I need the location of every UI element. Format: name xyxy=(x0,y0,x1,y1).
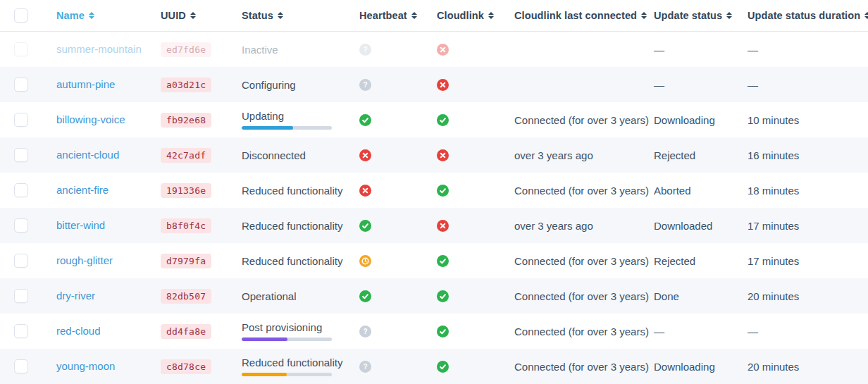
machine-name-link[interactable]: ancient-cloud xyxy=(56,149,119,161)
column-header-label: Cloudlink xyxy=(437,10,484,21)
machine-name-link[interactable]: young-moon xyxy=(56,360,115,372)
cloudlink-cell xyxy=(437,290,514,302)
status-progress-fill xyxy=(242,126,293,130)
question-circle-icon: ? xyxy=(359,44,371,56)
name-cell: autumn-pine xyxy=(56,78,161,91)
machine-name-link[interactable]: summer-mountain xyxy=(56,43,142,55)
status-cell: Reduced functionality xyxy=(242,357,359,376)
sort-icon xyxy=(641,12,647,19)
column-header-uuid[interactable]: UUID xyxy=(161,10,242,21)
uuid-cell: fb92e68 xyxy=(161,113,242,128)
row-checkbox[interactable] xyxy=(14,78,28,92)
uuid-cell: 191336e xyxy=(161,183,242,198)
sort-icon xyxy=(488,12,494,19)
heartbeat-cell xyxy=(359,290,437,302)
status-cell: Post provisioning xyxy=(242,321,359,341)
column-header-name[interactable]: Name xyxy=(56,10,161,21)
table-row: rough-glitterd7979faReduced functionalit… xyxy=(0,243,868,278)
status-text: Reduced functionality xyxy=(242,357,349,368)
update-status-cell: Done xyxy=(654,290,748,302)
check-circle-icon xyxy=(359,114,371,126)
column-header-cloudlink[interactable]: Cloudlink xyxy=(437,10,514,21)
cloudlink-last-connected-cell: Connected (for over 3 years) xyxy=(514,361,654,373)
column-header-label: Cloudlink last connected xyxy=(514,10,637,21)
status-progress-bar xyxy=(242,337,332,341)
column-header-heartbeat[interactable]: Heartbeat xyxy=(359,10,437,21)
select-all-checkbox[interactable] xyxy=(14,8,28,23)
heartbeat-cell: ? xyxy=(359,79,437,91)
name-cell: bitter-wind xyxy=(56,219,161,232)
question-circle-icon: ? xyxy=(359,79,371,91)
question-circle-icon: ? xyxy=(359,361,371,373)
row-checkbox[interactable] xyxy=(14,254,28,268)
row-checkbox[interactable] xyxy=(14,289,28,303)
x-circle-icon xyxy=(437,220,449,232)
machines-table: NameUUIDStatusHeartbeatCloudlinkCloudlin… xyxy=(0,0,868,384)
update-status-duration-cell: — xyxy=(748,44,868,56)
uuid-cell: 42c7adf xyxy=(161,148,242,163)
update-status-cell: — xyxy=(654,44,748,56)
cloudlink-last-connected-cell: Connected (for over 3 years) xyxy=(514,114,654,126)
column-header-label: Heartbeat xyxy=(359,10,407,21)
uuid-cell: 82db507 xyxy=(161,289,242,304)
uuid-badge: dd4fa8e xyxy=(161,324,211,339)
cloudlink-last-connected-cell: Connected (for over 3 years) xyxy=(514,290,654,302)
status-text: Reduced functionality xyxy=(242,255,349,267)
heartbeat-cell xyxy=(359,185,437,197)
machine-name-link[interactable]: rough-glitter xyxy=(56,254,113,266)
svg-text:?: ? xyxy=(363,81,367,89)
row-checkbox[interactable] xyxy=(14,324,28,338)
select-all-cell xyxy=(0,8,56,23)
heartbeat-cell xyxy=(359,255,437,267)
clock-circle-icon xyxy=(359,255,371,267)
table-row: bitter-windb8f0f4cReduced functionalityo… xyxy=(0,208,868,243)
column-header-cloudlink_last_connected[interactable]: Cloudlink last connected xyxy=(514,10,654,21)
uuid-badge: 191336e xyxy=(161,183,211,198)
uuid-badge: a03d21c xyxy=(161,78,211,92)
status-cell: Reduced functionality xyxy=(242,185,359,197)
row-checkbox[interactable] xyxy=(14,42,28,56)
column-header-update_status[interactable]: Update status xyxy=(654,10,748,21)
update-status-duration-cell: 16 minutes xyxy=(748,149,868,161)
update-status-duration-cell: 20 minutes xyxy=(748,290,868,302)
sort-icon xyxy=(864,12,868,19)
table-row: autumn-pinea03d21cConfiguring?—— xyxy=(0,67,868,102)
row-checkbox[interactable] xyxy=(14,359,28,373)
status-text: Disconnected xyxy=(242,149,349,161)
check-circle-icon xyxy=(437,290,449,302)
row-select-cell xyxy=(0,113,56,127)
status-cell: Configuring xyxy=(242,79,359,91)
table-row: ancient-fire191336eReduced functionality… xyxy=(0,173,868,208)
row-checkbox[interactable] xyxy=(14,113,28,127)
name-cell: ancient-cloud xyxy=(56,149,161,161)
heartbeat-cell: ? xyxy=(359,326,437,337)
machine-name-link[interactable]: bitter-wind xyxy=(56,219,105,231)
status-cell: Updating xyxy=(242,110,359,130)
machine-name-link[interactable]: billowing-voice xyxy=(56,113,125,125)
sort-icon xyxy=(89,12,94,19)
row-checkbox[interactable] xyxy=(14,148,28,162)
machine-name-link[interactable]: ancient-fire xyxy=(56,184,108,196)
update-status-cell: Downloading xyxy=(654,361,748,373)
machine-name-link[interactable]: autumn-pine xyxy=(56,78,115,90)
x-circle-icon xyxy=(437,149,449,161)
status-cell: Reduced functionality xyxy=(242,255,359,267)
column-header-update_status_duration[interactable]: Update status duration xyxy=(748,10,868,21)
heartbeat-cell: ? xyxy=(359,44,437,56)
uuid-cell: a03d21c xyxy=(161,78,242,92)
machine-name-link[interactable]: red-cloud xyxy=(56,325,101,337)
column-header-status[interactable]: Status xyxy=(242,10,359,21)
update-status-cell: Downloaded xyxy=(654,220,748,232)
row-select-cell xyxy=(0,324,56,338)
name-cell: rough-glitter xyxy=(56,254,161,267)
row-select-cell xyxy=(0,289,56,303)
table-body: summer-mountained7fd6eInactive?——autumn-… xyxy=(0,32,868,384)
row-select-cell xyxy=(0,218,56,233)
cloudlink-cell xyxy=(437,114,514,126)
update-status-duration-cell: 20 minutes xyxy=(748,361,868,373)
row-checkbox[interactable] xyxy=(14,183,28,197)
row-checkbox[interactable] xyxy=(14,218,28,233)
name-cell: billowing-voice xyxy=(56,113,161,126)
table-row: dry-river82db507OperationalConnected (fo… xyxy=(0,278,868,314)
machine-name-link[interactable]: dry-river xyxy=(56,290,95,302)
